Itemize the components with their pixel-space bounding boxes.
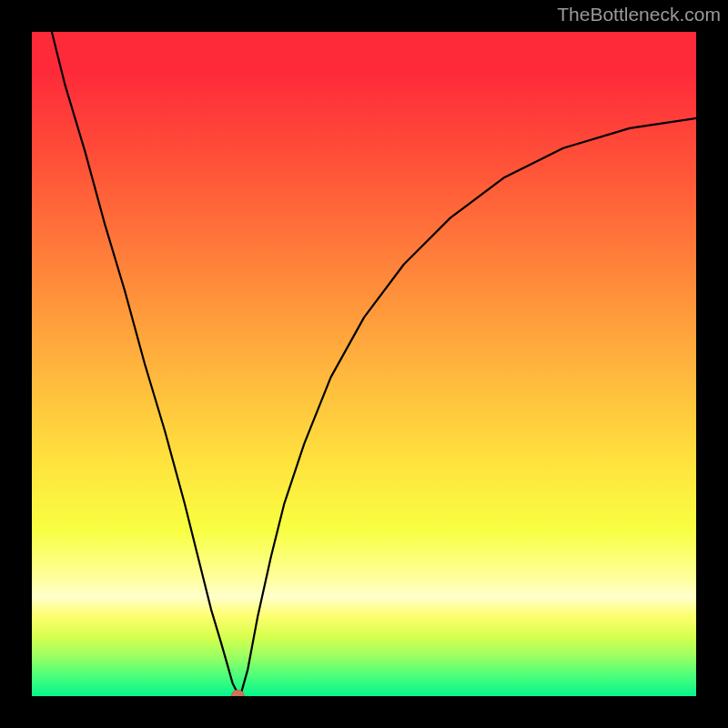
chart-frame: TheBottleneck.com bbox=[0, 0, 728, 728]
plot-area bbox=[32, 32, 696, 696]
bottleneck-curve bbox=[32, 32, 696, 696]
watermark-text: TheBottleneck.com bbox=[557, 4, 721, 25]
minimum-dot bbox=[231, 690, 244, 696]
curve-path bbox=[52, 32, 696, 695]
